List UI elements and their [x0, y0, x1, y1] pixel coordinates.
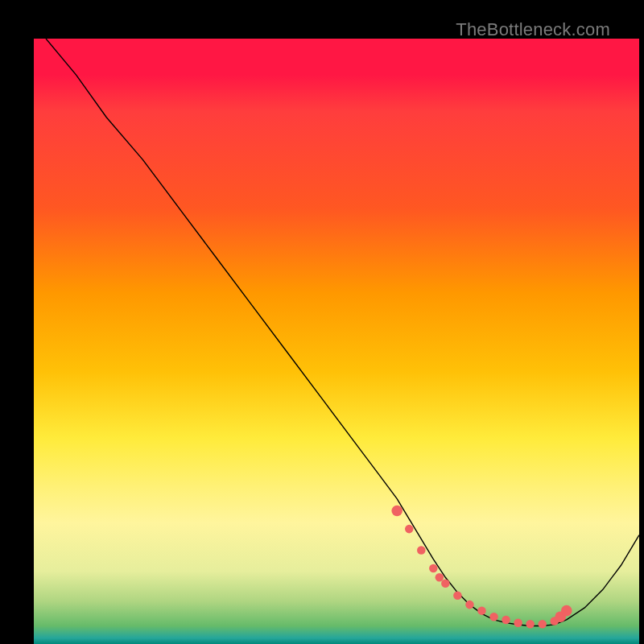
marker-dot	[417, 546, 426, 555]
plot-area	[34, 39, 639, 644]
marker-dot	[405, 525, 414, 534]
marker-dot	[391, 506, 402, 517]
marker-dot	[436, 573, 444, 582]
marker-dot	[526, 620, 535, 629]
marker-dot	[514, 618, 522, 627]
chart-svg	[34, 39, 639, 644]
watermark-text: TheBottleneck.com	[456, 19, 610, 40]
marker-dot	[489, 613, 498, 621]
marker-dot	[561, 605, 572, 617]
marker-dot	[538, 620, 547, 629]
optimal-range-markers	[391, 506, 572, 629]
marker-dot	[477, 606, 486, 615]
marker-dot	[441, 580, 450, 588]
marker-dot	[429, 564, 438, 573]
marker-dot	[465, 601, 474, 609]
marker-dot	[502, 616, 510, 625]
chart-frame: TheBottleneck.com	[14, 14, 630, 630]
bottleneck-curve	[46, 39, 639, 625]
marker-dot	[453, 592, 462, 601]
